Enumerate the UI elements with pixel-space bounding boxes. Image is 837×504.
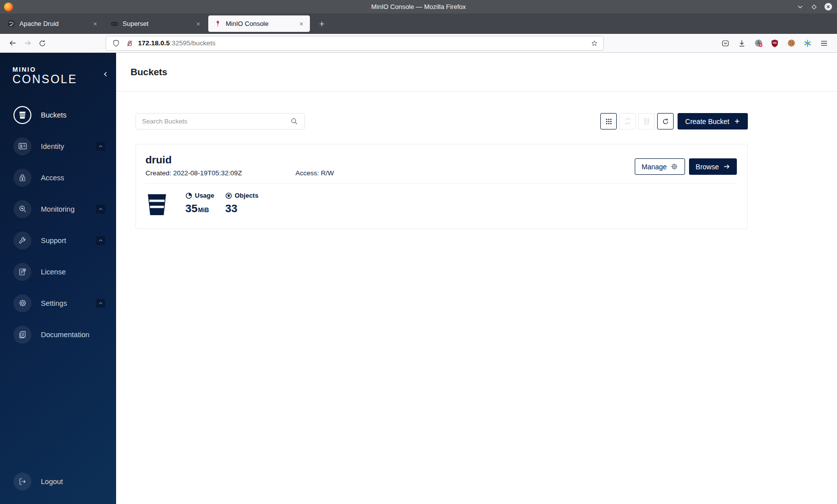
objects-value: 33 [225,203,237,214]
manage-button[interactable]: Manage [635,158,686,175]
main-area: Buckets [116,53,837,504]
usage-unit: MiB [198,207,209,214]
sidebar-item-buckets[interactable]: Buckets [0,99,116,130]
sidebar-item-label: Settings [41,299,67,307]
superset-favicon [110,19,119,28]
tab-label: Superset [123,20,194,27]
search-box [136,113,305,129]
extension-disabled-icon[interactable] [753,38,763,48]
sidebar-menu: Buckets Identity Access [0,99,116,350]
window-title: MinIO Console — Mozilla Firefox [0,3,837,10]
buckets-actions-row: Create Bucket [136,113,748,129]
logo-minio: MINIO [12,66,116,73]
ublock-icon[interactable]: UO [770,38,780,48]
refresh-button[interactable] [657,113,674,129]
minio-favicon [213,19,222,28]
set-replication-button[interactable] [619,113,636,129]
sidebar-item-identity[interactable]: Identity [0,130,116,162]
tab-close-icon[interactable] [194,19,203,28]
sidebar-item-monitoring[interactable]: Monitoring [0,193,116,225]
sidebar-item-logout[interactable]: Logout [0,466,116,497]
sidebar-item-label: License [41,268,66,276]
bucket-icon-large [145,193,168,217]
browser-toolbar: 172.18.0.5:32595/buckets UO [0,34,837,53]
create-bucket-label: Create Bucket [685,118,729,126]
sidebar-item-label: Access [41,174,64,182]
sidebar: MINIO CONSOLE Buckets Identity [0,53,116,504]
logo-console: CONSOLE [12,73,116,85]
card-divider [145,183,737,184]
tab-bar: Apache Druid Superset MinIO Console [0,13,837,34]
book-icon [13,326,31,344]
delete-buckets-button[interactable] [638,113,655,129]
bucket-icon [13,106,31,124]
bucket-name[interactable]: druid [145,154,334,166]
url-path: :32595/buckets [170,39,216,47]
sidebar-item-label: Logout [41,478,63,486]
sidebar-item-label: Identity [41,142,64,150]
tab-close-icon[interactable] [297,19,306,28]
reload-button[interactable] [35,36,50,51]
browse-button[interactable]: Browse [689,158,737,175]
url-host: 172.18.0.5 [138,39,170,47]
usage-metric: Usage 35 MiB [185,192,225,214]
tab-minio-console[interactable]: MinIO Console [208,15,310,32]
minio-console-logo: MINIO CONSOLE [0,53,116,85]
usage-value: 35 [185,203,197,214]
objects-label: Objects [235,192,259,199]
bucket-card-druid: druid Created: 2022-08-19T05:32:09Z Acce… [136,144,748,229]
sidebar-collapse-icon[interactable] [102,71,109,80]
page-title: Buckets [131,67,167,78]
chevron-up-icon [96,299,105,308]
tab-superset[interactable]: Superset [105,15,207,32]
arrow-right-icon [723,163,730,170]
new-tab-button[interactable] [314,16,329,31]
insecure-lock-icon[interactable] [125,38,135,48]
chevron-up-icon [96,142,105,151]
tracking-shield-icon[interactable] [111,38,121,48]
list-view-toggle-button[interactable] [600,113,617,129]
window-minimize-button[interactable] [795,2,805,12]
sidebar-item-support[interactable]: Support [0,225,116,256]
forward-button[interactable] [20,36,35,51]
create-bucket-button[interactable]: Create Bucket [678,113,748,129]
sidebar-item-label: Documentation [41,331,90,339]
bucket-card-info: druid Created: 2022-08-19T05:32:09Z Acce… [145,154,334,177]
url-text[interactable]: 172.18.0.5:32595/buckets [138,39,215,47]
sidebar-item-label: Support [41,237,66,245]
back-button[interactable] [5,36,20,51]
url-bar[interactable]: 172.18.0.5:32595/buckets [106,36,604,51]
sidebar-item-license[interactable]: License [0,256,116,287]
window-close-button[interactable] [823,2,833,12]
menu-hamburger-icon[interactable] [819,38,829,48]
tab-close-icon[interactable] [91,19,100,28]
objects-metric: Objects 33 [225,192,265,214]
search-input[interactable] [142,118,290,125]
browse-label: Browse [696,163,719,171]
cookie-icon[interactable] [786,38,796,48]
logout-icon [13,473,31,491]
tab-label: Apache Druid [19,20,91,27]
chevron-up-icon [96,205,105,214]
bucket-created-label: Created: 2022-08-19T05:32:09Z [145,169,295,177]
window-titlebar: MinIO Console — Mozilla Firefox [0,0,837,13]
lock-icon [13,169,31,187]
usage-label: Usage [195,192,214,199]
sidebar-item-label: Buckets [41,111,67,119]
tab-apache-druid[interactable]: Apache Druid [2,15,104,32]
sidebar-item-access[interactable]: Access [0,162,116,193]
window-controls [795,2,837,12]
search-icon [290,117,298,126]
chevron-up-icon [96,236,105,245]
window-maximize-button[interactable] [809,2,819,12]
bookmark-star-icon[interactable] [590,39,598,47]
downloads-icon[interactable] [737,38,747,48]
sidebar-item-settings[interactable]: Settings [0,287,116,319]
asterisk-extension-icon[interactable] [803,38,813,48]
sidebar-item-documentation[interactable]: Documentation [0,319,116,350]
pocket-icon[interactable] [720,38,730,48]
druid-favicon [7,19,15,28]
bucket-access-label: Access: R/W [295,169,334,177]
license-doc-icon [13,263,31,281]
gear-icon [13,294,31,312]
